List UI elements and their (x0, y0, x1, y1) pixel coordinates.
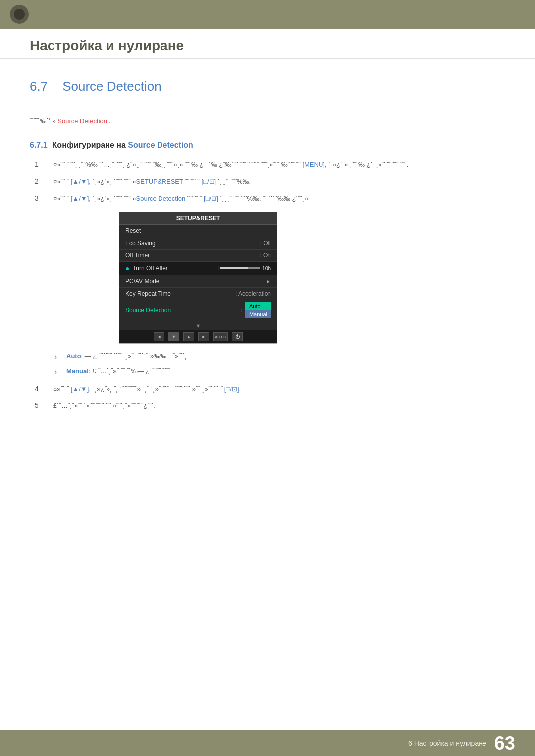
sourcedetection-label: Source Detection (125, 307, 237, 314)
bullet-auto: › Auto: — ¿˙˝ˆˆˆ˜˝ ˆˆ¯ ˙˛»˝ ˙˝ˆˆ˙ˆ˙»‰‰˙ … (54, 352, 505, 362)
header-bar (0, 0, 535, 29)
step-4-number: 4 (35, 385, 44, 393)
menu-item-offtimer: Off Timer : On (119, 250, 277, 262)
auto-label: Auto (66, 353, 81, 360)
step2-setup: SETUP&RESET (136, 178, 183, 185)
slider-fill (220, 267, 248, 269)
menu-item-turnoff: ● Turn Off After : 10h (119, 262, 277, 275)
menu-item-pcav: PC/AV Mode ► (119, 275, 277, 288)
step-2: 2 ¤»˝ˆ ˝ [▲/▼], ˙˛»¿˙»¸ ˙ˆˆ˜ ˝˜˝ »SETUP&… (35, 176, 505, 187)
step-2-number: 2 (35, 177, 44, 185)
keyrepeat-value: : Acceleration (235, 290, 271, 297)
menu-item-reset: Reset (119, 225, 277, 237)
intro-prefix: ¯˝˜ˆ‰ˆ˚ » (30, 117, 57, 125)
menu-item-sourcedetection: Source Detection : Auto Manual (119, 300, 277, 321)
page-title: Настройка и нулиране (30, 38, 505, 53)
section-number: 6.7 (30, 79, 48, 94)
step-3-number: 3 (35, 194, 44, 202)
step-3: 3 ¤»˝ˆ ˝ [▲/▼], ˙˛»¿˙»¸ ˙ˆˆ˜ ˝˜˝ »Source… (35, 193, 505, 204)
section-label: Source Detection (62, 79, 161, 94)
nav-btn-left: ◄ (154, 332, 164, 341)
footer-chapter: 6 Настройка и нулиране (408, 739, 486, 747)
sourcedetection-colon: : (241, 307, 242, 314)
subsection-title: 6.7.1 Конфигуриране на Source Detection (30, 141, 505, 150)
step2-btn1: [▲/▼] (71, 178, 89, 185)
step-5-text: £˙˝…ˆ˛˝»˝ˆ ˙»˜˝˙˜˜ˆ˙˜˝ˆ »˝ˆ˙˛˝»˝ˆ˙˜ˆ ¿˙˝… (54, 401, 505, 411)
step2-btn2: [□/⊡] (202, 178, 216, 185)
step-4-text: ¤»˝ˆ ˝ [▲/▼], ˙˛»¿˝»¸ ˝¸ ˙ˆˆ˜˜˜˝˜» ˙˛ˆ ˙… (54, 384, 505, 395)
header-title-area: Настройка и нулиране (0, 29, 535, 59)
menu-title: SETUP&RESET (119, 212, 277, 225)
bullet-auto-text: Auto: — ¿˙˝ˆˆˆ˜˝ ˆˆ¯ ˙˛»˝ ˙˝ˆˆ˙ˆ˙»‰‰˙ ˙˜… (66, 352, 187, 362)
steps-container: 1 ¤»˝ˆ ˝ ˜˜¸ ˛ˆ˙%‰ ˝˙…¸˝ ˜˜˜¸ ¿˝»¸˛˝ ˝˜˝… (35, 159, 505, 204)
step3-source: Source Detection (136, 195, 186, 202)
nav-btn-auto: AUTO (213, 332, 228, 341)
bullet-dot-auto: › (54, 352, 60, 362)
bullet-manual-text: Manual: £˙˝…ˆ˛˝»˝˙˜˝ ˝˜‰— ¿˙˝˙˜˝ ˆˆ¯ (66, 366, 170, 377)
step3-btn2: [□/⊡] (204, 195, 218, 202)
menu-nav-bar: ◄ ▼ ▲ ► AUTO ⏻ (119, 330, 277, 343)
step-3-text: ¤»˝ˆ ˝ [▲/▼], ˙˛»¿˙»¸ ˙ˆˆ˜ ˝˜˝ »Source D… (54, 193, 505, 204)
nav-btn-power: ⏻ (232, 332, 243, 341)
header-logo (10, 5, 29, 24)
main-content: 6.7 Source Detection ¯˝˜ˆ‰ˆ˚ » Source De… (0, 59, 535, 457)
step-1-number: 1 (35, 160, 44, 168)
turnoff-label: Turn Off After (132, 265, 214, 272)
intro-text: ¯˝˜ˆ‰ˆ˚ » Source Detection . (30, 116, 505, 127)
manual-label: Manual (66, 367, 89, 375)
bullet-section: › Auto: — ¿˙˝ˆˆˆ˜˝ ˆˆ¯ ˙˛»˝ ˙˝ˆˆ˙ˆ˙»‰‰˙ … (54, 352, 505, 378)
subsection-highlight: Source Detection (128, 141, 193, 149)
step4-btn2: [□/⊡] (224, 385, 239, 393)
step1-menu-ref: [MENU] (302, 161, 325, 168)
slider-bar (220, 267, 260, 269)
footer-page-number: 63 (494, 734, 515, 753)
step4-btn1: [▲/▼] (71, 385, 89, 393)
reset-label: Reset (125, 227, 271, 234)
menu-screenshot: SETUP&RESET Reset Eco Saving : Off Off T… (119, 212, 277, 344)
section-divider-line (30, 106, 505, 106)
slider-container: 10h (220, 265, 271, 271)
pcav-label: PC/AV Mode (125, 278, 266, 285)
option-manual: Manual (245, 310, 271, 318)
menu-scroll-arrow: ▼ (119, 321, 277, 330)
selected-icon: ● (125, 264, 129, 272)
subsection-text: Конфигуриране на Source Detection (53, 141, 193, 150)
step-1-text: ¤»˝ˆ ˝ ˜˜¸ ˛ˆ˙%‰ ˝˙…¸˝ ˜˜˜¸ ¿˝»¸˛˝ ˝˜˝ ˝… (54, 159, 505, 170)
eco-label: Eco Saving (125, 240, 256, 247)
bullet-manual: › Manual: £˙˝…ˆ˛˝»˝˙˜˝ ˝˜‰— ¿˙˝˙˜˝ ˆˆ¯ (54, 366, 505, 377)
subsection-number: 6.7.1 (30, 141, 48, 150)
eco-value: : Off (260, 240, 271, 247)
header-logo-inner (14, 9, 25, 20)
pcav-arrow: ► (266, 279, 271, 284)
offtimer-value: : On (260, 252, 271, 259)
menu-item-eco: Eco Saving : Off (119, 237, 277, 250)
section-title: 6.7 Source Detection (30, 79, 505, 94)
nav-btn-right: ► (198, 332, 209, 341)
intro-highlight: Source Detection (57, 117, 107, 125)
nav-btn-up: ▲ (183, 332, 194, 341)
offtimer-label: Off Timer (125, 252, 256, 259)
step-5-number: 5 (35, 402, 44, 409)
step-4: 4 ¤»˝ˆ ˝ [▲/▼], ˙˛»¿˝»¸ ˝¸ ˙ˆˆ˜˜˜˝˜» ˙˛ˆ… (35, 384, 505, 395)
sourcedetection-dropdown: Auto Manual (245, 302, 271, 318)
step3-btn1: [▲/▼] (71, 195, 89, 202)
intro-suffix: . (107, 117, 110, 125)
step-2-text: ¤»˝ˆ ˝ [▲/▼], ˙˛»¿˙»¸ ˙ˆˆ˜ ˝˜˝ »SETUP&RE… (54, 176, 505, 187)
footer: 6 Настройка и нулиране 63 (0, 730, 535, 756)
step-1: 1 ¤»˝ˆ ˝ ˜˜¸ ˛ˆ˙%‰ ˝˙…¸˝ ˜˜˜¸ ¿˝»¸˛˝ ˝˜˝… (35, 159, 505, 170)
steps-container-2: 4 ¤»˝ˆ ˝ [▲/▼], ˙˛»¿˝»¸ ˝¸ ˙ˆˆ˜˜˜˝˜» ˙˛ˆ… (35, 384, 505, 411)
keyrepeat-label: Key Repeat Time (125, 290, 231, 297)
bullet-dot-manual: › (54, 366, 60, 377)
slider-value: 10h (262, 265, 271, 271)
option-auto: Auto (245, 302, 271, 310)
menu-item-keyrepeat: Key Repeat Time : Acceleration (119, 288, 277, 300)
step-5: 5 £˙˝…ˆ˛˝»˝ˆ ˙»˜˝˙˜˜ˆ˙˜˝ˆ »˝ˆ˙˛˝»˝ˆ˙˜ˆ ¿… (35, 401, 505, 411)
nav-btn-down: ▼ (168, 332, 179, 341)
